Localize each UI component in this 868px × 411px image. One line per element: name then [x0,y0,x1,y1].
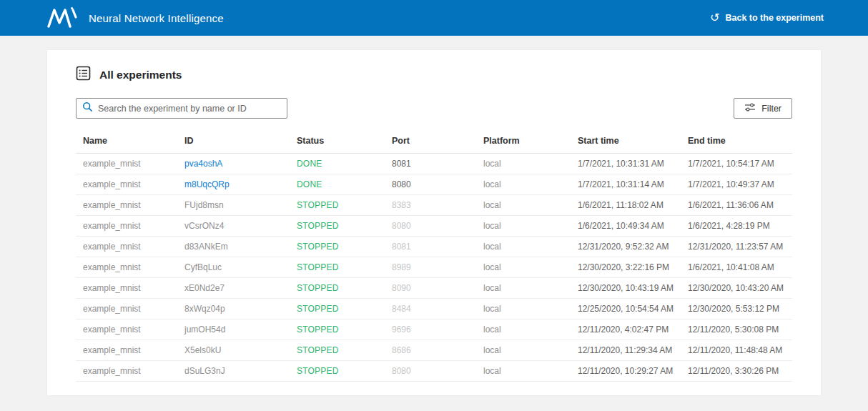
platform-cell: local [476,257,571,278]
experiment-name-cell: example_mnist [76,299,177,320]
start-time-cell: 12/11/2020, 10:29:27 AM [571,361,681,382]
back-to-experiment-button[interactable]: ↺ Back to the experiment [710,12,824,24]
experiment-id-link: FUjd8msn [184,200,224,210]
experiment-id-cell: X5els0kU [177,340,290,361]
experiment-id-link[interactable]: pva4oshA [184,159,222,169]
port-cell: 8080 [385,216,476,237]
filter-sliders-icon [744,102,756,114]
platform-cell: local [476,195,571,216]
end-time-cell: 12/11/2020, 5:30:08 PM [681,320,792,340]
experiment-name-cell: example_mnist [76,237,177,257]
table-header-row: NameIDStatusPortPlatformStart timeEnd ti… [76,132,792,154]
page-title: All experiments [99,69,182,81]
experiment-id-cell: 8xWqz04p [177,299,290,320]
experiments-table: NameIDStatusPortPlatformStart timeEnd ti… [76,132,792,382]
experiment-id-link: dSuLG3nJ [184,366,225,376]
platform-cell: local [476,216,571,237]
end-time-cell: 12/30/2020, 10:43:20 AM [681,278,792,299]
port-cell: 8090 [385,278,476,299]
experiment-search-box[interactable] [76,98,287,119]
back-arrow-icon: ↺ [710,12,719,24]
experiment-name-cell: example_mnist [76,154,177,174]
experiment-name-cell: example_mnist [76,320,177,340]
experiment-id-link: vCsrONz4 [184,221,224,231]
status-badge: STOPPED [290,340,385,361]
start-time-cell: 12/11/2020, 11:29:34 AM [571,340,681,361]
platform-cell: local [476,278,571,299]
experiment-id-link: d83ANkEm [184,242,228,252]
end-time-cell: 12/30/2020, 5:53:12 PM [681,299,792,320]
experiment-row: example_mnist m8UqcQRp DONE 8080 local 1… [76,174,792,195]
status-badge: DONE [290,174,385,195]
platform-cell: local [476,320,571,340]
platform-cell: local [476,340,571,361]
experiment-id-cell: FUjd8msn [177,195,290,216]
experiment-id-link[interactable]: m8UqcQRp [184,179,230,189]
platform-cell: local [476,299,571,320]
experiment-name-cell: example_mnist [76,278,177,299]
experiment-id-cell: CyfBqLuc [177,257,290,278]
status-badge: STOPPED [290,237,385,257]
experiment-id-cell: xE0Nd2e7 [177,278,290,299]
experiment-name-cell: example_mnist [76,340,177,361]
start-time-cell: 1/6/2021, 11:18:02 AM [571,195,681,216]
port-cell: 8080 [385,174,476,195]
end-time-cell: 1/6/2021, 10:41:08 AM [681,257,792,278]
status-badge: STOPPED [290,278,385,299]
column-header-end-time: End time [681,132,792,154]
nni-logo-icon [47,6,79,29]
experiments-list-icon [76,66,91,84]
experiment-id-cell: vCsrONz4 [177,216,290,237]
experiment-id-link: xE0Nd2e7 [184,283,225,293]
port-cell: 8081 [385,154,476,174]
experiment-row: example_mnist X5els0kU STOPPED 8686 loca… [76,340,792,361]
experiment-id-cell: dSuLG3nJ [177,361,290,382]
status-badge: STOPPED [290,195,385,216]
experiment-row: example_mnist CyfBqLuc STOPPED 8989 loca… [76,257,792,278]
filter-label: Filter [761,104,781,114]
port-cell: 8081 [385,237,476,257]
experiment-row: example_mnist jumOH54d STOPPED 9696 loca… [76,320,792,340]
app-title: Neural Network Intelligence [89,12,224,24]
platform-cell: local [476,174,571,195]
status-badge: STOPPED [290,320,385,340]
filter-button[interactable]: Filter [734,98,792,119]
brand: Neural Network Intelligence [47,6,224,29]
experiment-row: example_mnist d83ANkEm STOPPED 8081 loca… [76,237,792,257]
end-time-cell: 1/6/2021, 4:28:19 PM [681,216,792,237]
column-header-id: ID [177,132,290,154]
search-input[interactable] [98,104,281,114]
experiment-name-cell: example_mnist [76,361,177,382]
experiment-row: example_mnist xE0Nd2e7 STOPPED 8090 loca… [76,278,792,299]
experiment-id-cell: d83ANkEm [177,237,290,257]
experiment-name-cell: example_mnist [76,257,177,278]
start-time-cell: 12/25/2020, 10:54:54 AM [571,299,681,320]
experiment-name-cell: example_mnist [76,216,177,237]
experiment-id-link: 8xWqz04p [184,304,225,314]
experiment-id-cell: m8UqcQRp [177,174,290,195]
column-header-name: Name [76,132,177,154]
experiment-row: example_mnist 8xWqz04p STOPPED 8484 loca… [76,299,792,320]
experiment-id-link: jumOH54d [184,325,225,335]
platform-cell: local [476,154,571,174]
column-header-port: Port [385,132,476,154]
start-time-cell: 12/30/2020, 10:43:19 AM [571,278,681,299]
status-badge: STOPPED [290,299,385,320]
platform-cell: local [476,237,571,257]
start-time-cell: 12/11/2020, 4:02:47 PM [571,320,681,340]
start-time-cell: 12/30/2020, 3:22:16 PM [571,257,681,278]
end-time-cell: 1/7/2021, 10:49:37 AM [681,174,792,195]
status-badge: STOPPED [290,216,385,237]
end-time-cell: 12/11/2020, 3:30:26 PM [681,361,792,382]
end-time-cell: 12/31/2020, 11:23:57 AM [681,237,792,257]
experiment-id-link: X5els0kU [184,345,221,355]
experiment-id-cell: jumOH54d [177,320,290,340]
column-header-start-time: Start time [571,132,681,154]
all-experiments-card: All experiments Filter [47,50,821,395]
experiment-row: example_mnist pva4oshA DONE 8081 local 1… [76,154,792,174]
search-icon [82,101,93,115]
status-badge: STOPPED [290,361,385,382]
back-to-experiment-label: Back to the experiment [725,13,824,23]
start-time-cell: 12/31/2020, 9:52:32 AM [571,237,681,257]
experiment-row: example_mnist FUjd8msn STOPPED 8383 loca… [76,195,792,216]
